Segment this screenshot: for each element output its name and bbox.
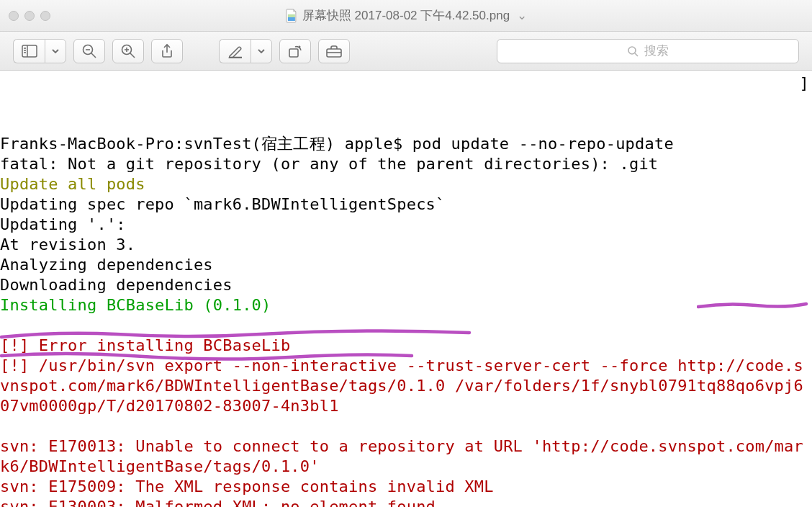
zoom-in-button[interactable]: [112, 39, 144, 63]
window-title-text: 屏幕快照 2017-08-02 下午4.42.50.png: [302, 7, 510, 24]
share-button[interactable]: [151, 39, 183, 63]
markup-group: [219, 39, 272, 63]
svg-line-21: [635, 53, 638, 56]
svg-line-11: [130, 53, 135, 58]
terminal-line: fatal: Not a git repository (or any of t…: [0, 154, 812, 174]
terminal-line: svn: E175009: The XML response contains …: [0, 477, 812, 497]
rotate-button[interactable]: [279, 39, 311, 63]
minimize-window-button[interactable]: [24, 11, 35, 21]
titlebar: 屏幕快照 2017-08-02 下午4.42.50.png ⌄: [0, 0, 812, 32]
search-icon: [627, 45, 639, 57]
svg-rect-0: [288, 17, 295, 21]
terminal-line: svn: E170013: Unable to connect to a rep…: [0, 436, 812, 477]
terminal-line: svn: E130003: Malformed XML: no element …: [0, 497, 812, 507]
svg-point-20: [628, 47, 636, 54]
sidebar-toggle-menu[interactable]: [45, 39, 66, 63]
terminal-line: Franks-MacBook-Pro:svnTest(宿主工程) apple$ …: [0, 134, 812, 154]
file-type-icon: [285, 9, 298, 23]
terminal-line: Updating '.':: [0, 215, 812, 235]
terminal-line: [0, 315, 812, 336]
close-window-button[interactable]: [9, 11, 19, 21]
terminal-line: [!] Error installing BCBaseLib: [0, 336, 812, 356]
markup-menu[interactable]: [251, 39, 272, 63]
terminal-line: At revision 3.: [0, 235, 812, 255]
sidebar-toggle-group: [13, 39, 66, 63]
markup-button[interactable]: [219, 39, 251, 63]
svg-rect-2: [22, 45, 37, 57]
window-title-group[interactable]: 屏幕快照 2017-08-02 下午4.42.50.png ⌄: [285, 7, 527, 24]
svg-line-8: [91, 53, 96, 58]
zoom-window-button[interactable]: [40, 11, 50, 21]
terminal-line: Update all pods: [0, 174, 812, 194]
terminal-line: [0, 416, 812, 436]
sidebar-toggle-button[interactable]: [13, 39, 45, 63]
right-bracket-glyph: ]: [800, 73, 809, 94]
search-placeholder: 搜索: [644, 42, 669, 59]
terminal-output: ] Franks-MacBook-Pro:svnTest(宿主工程) apple…: [0, 71, 812, 507]
svg-rect-1: [288, 14, 295, 17]
terminal-line: Updating spec repo `mark6.BDWIntelligent…: [0, 194, 812, 215]
zoom-out-button[interactable]: [73, 39, 105, 63]
terminal-line: Installing BCBaseLib (0.1.0): [0, 295, 812, 315]
toolbar: 搜索: [0, 32, 812, 71]
terminal-line: Analyzing dependencies: [0, 255, 812, 275]
terminal-line: [!] /usr/bin/svn export --non-interactiv…: [0, 356, 812, 416]
title-dropdown-icon[interactable]: ⌄: [517, 8, 527, 23]
svg-rect-17: [289, 49, 298, 57]
terminal-line: Downloading dependencies: [0, 275, 812, 295]
traffic-lights: [9, 11, 50, 21]
search-input[interactable]: 搜索: [497, 39, 799, 63]
toolbox-button[interactable]: [318, 39, 350, 63]
